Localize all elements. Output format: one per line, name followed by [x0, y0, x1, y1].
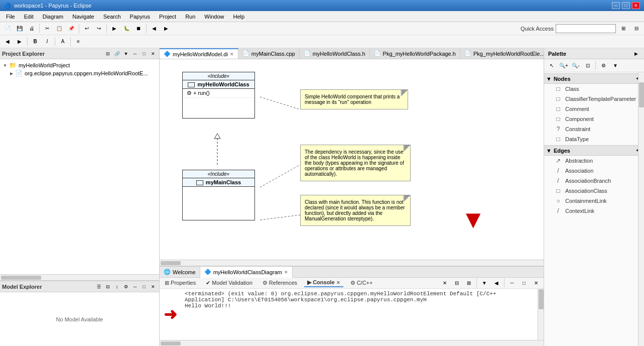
palette-expand-button[interactable]: ▶: [632, 50, 640, 58]
tab-cpp[interactable]: ⚙ C/C++: [347, 279, 376, 287]
palette-item-containment[interactable]: ○ ContainmentLink: [544, 196, 644, 206]
diagram-h-scrollbar[interactable]: [160, 260, 544, 266]
console-btn2[interactable]: ⊟: [451, 278, 462, 288]
forward-button[interactable]: ▶: [14, 37, 25, 47]
align-button[interactable]: ≡: [73, 37, 84, 47]
palette-toggle-button[interactable]: ▼: [610, 61, 621, 71]
me-btn4[interactable]: ⚙: [122, 283, 130, 291]
console-btn6[interactable]: ─: [506, 278, 518, 288]
tab-model-di[interactable]: 🔷 myHelloWorldModel.di ✕: [160, 48, 238, 59]
menu-search[interactable]: Search: [99, 13, 125, 21]
tab-properties[interactable]: ⊞ Properties: [162, 279, 199, 287]
palette-settings-button[interactable]: ⚙: [598, 61, 609, 71]
copy-button[interactable]: 📋: [54, 24, 65, 34]
back-button[interactable]: ◀: [2, 37, 13, 47]
minimize-explorer-button[interactable]: ─: [131, 50, 139, 58]
palette-item-constraint[interactable]: ? Constraint: [544, 124, 644, 134]
explorer-menu-button[interactable]: ▼: [122, 50, 130, 58]
palette-zoom-in-button[interactable]: 🔍+: [558, 61, 569, 71]
quick-access-input[interactable]: [556, 24, 616, 33]
console-tab-close[interactable]: ✕: [336, 280, 340, 285]
palette-item-classifier[interactable]: □ ClassifierTemplateParameter: [544, 94, 644, 104]
debug-button[interactable]: 🐛: [121, 24, 132, 34]
menu-edit[interactable]: Edit: [20, 13, 38, 21]
stop-button[interactable]: ⏹: [133, 24, 144, 34]
tab-references[interactable]: ⚙ References: [260, 279, 300, 287]
h-scrollbar-left[interactable]: [0, 274, 159, 280]
redo-button[interactable]: ↪: [93, 24, 104, 34]
me-btn1[interactable]: ☰: [95, 283, 103, 291]
console-v-scrollbar[interactable]: [538, 289, 544, 340]
cut-button[interactable]: ✂: [42, 24, 53, 34]
new-button[interactable]: 📄: [2, 24, 13, 34]
me-btn3[interactable]: ↕: [113, 283, 121, 291]
palette-item-association[interactable]: / Association: [544, 166, 644, 176]
maximize-explorer-button[interactable]: □: [140, 50, 148, 58]
palette-item-datatype[interactable]: □ DataType: [544, 134, 644, 144]
font-color-button[interactable]: A: [57, 37, 68, 47]
uml-class-helloworldclass[interactable]: «Include» myHelloWorldClass ⚙ + run(): [182, 72, 255, 119]
palette-zoom-out-button[interactable]: 🔍-: [570, 61, 581, 71]
tab-model-di-close[interactable]: ✕: [230, 52, 234, 57]
menu-run[interactable]: Run: [181, 13, 199, 21]
collapse-all-button[interactable]: ⊟: [104, 50, 112, 58]
tree-item-rootele[interactable]: ▶ 📄 org.eclipse.papyrus.cppgen.myHelloWo…: [2, 69, 157, 77]
tab-model-validation[interactable]: ✔ Model Validation: [203, 279, 255, 287]
menu-project[interactable]: Project: [155, 13, 180, 21]
perspective-list-button[interactable]: ⊟: [631, 24, 642, 34]
palette-item-assoc-class[interactable]: □ AssociationClass: [544, 186, 644, 196]
palette-select-button[interactable]: ↖: [546, 61, 557, 71]
console-btn8[interactable]: ✕: [531, 278, 542, 288]
me-maximize[interactable]: □: [140, 283, 148, 291]
menu-help[interactable]: Help: [229, 13, 248, 21]
palette-item-assoc-branch[interactable]: / AssociationBranch: [544, 176, 644, 186]
close-explorer-button[interactable]: ✕: [149, 50, 157, 58]
navigate-forward-button[interactable]: ▶: [161, 24, 172, 34]
palette-select-area-button[interactable]: ⊡: [582, 61, 593, 71]
console-h-scrollbar[interactable]: [160, 340, 544, 346]
uml-class-mainclass[interactable]: «Include» myMainClass: [182, 170, 255, 220]
menu-navigate[interactable]: Navigate: [68, 13, 98, 21]
link-editor-button[interactable]: 🔗: [113, 50, 121, 58]
menu-papyrus[interactable]: Papyrus: [126, 13, 154, 21]
me-close[interactable]: ✕: [149, 283, 157, 291]
save-button[interactable]: 💾: [14, 24, 25, 34]
menu-file[interactable]: File: [2, 13, 19, 21]
tab-hw-diagram[interactable]: 🔷 myHelloWorldClassDiagram ✕: [200, 267, 293, 278]
tab-pkg-package-h[interactable]: 📄 Pkg_myHelloWorldPackage.h: [370, 48, 460, 59]
tree-item-project[interactable]: ▼ 📁 myHelloWorldProject: [2, 61, 157, 69]
palette-item-abstraction[interactable]: ↗ Abstraction: [544, 156, 644, 166]
tab-hwclass-h[interactable]: 📄 myHelloWorldClass.h: [300, 48, 370, 59]
palette-item-class[interactable]: □ Class: [544, 84, 644, 94]
tab-console[interactable]: ▶ Console ✕: [304, 279, 343, 287]
navigate-back-button[interactable]: ◀: [149, 24, 160, 34]
bold-button[interactable]: B: [30, 37, 41, 47]
tab-hw-diagram-close[interactable]: ✕: [284, 270, 288, 275]
console-btn4[interactable]: ▼: [479, 278, 490, 288]
console-btn5[interactable]: ◀: [491, 278, 502, 288]
undo-button[interactable]: ↩: [81, 24, 92, 34]
italic-button[interactable]: I: [42, 37, 53, 47]
me-minimize[interactable]: ─: [131, 283, 139, 291]
console-btn3[interactable]: ⊞: [463, 278, 474, 288]
edges-section-header[interactable]: ▼ Edges ≪: [544, 145, 644, 156]
console-clear-button[interactable]: ✕: [439, 278, 450, 288]
palette-item-comment[interactable]: □ Comment: [544, 104, 644, 114]
palette-item-contextlink[interactable]: / ContextLink: [544, 206, 644, 216]
nodes-section-header[interactable]: ▼ Nodes ≪: [544, 73, 644, 84]
console-btn7[interactable]: □: [519, 278, 530, 288]
tab-mainclass-cpp[interactable]: 📄 myMainClass.cpp: [238, 48, 300, 59]
run-button[interactable]: ▶: [109, 24, 120, 34]
menu-window[interactable]: Window: [200, 13, 228, 21]
close-button[interactable]: ✕: [632, 2, 640, 9]
paste-button[interactable]: 📌: [66, 24, 77, 34]
menu-diagram[interactable]: Diagram: [39, 13, 68, 21]
me-btn2[interactable]: ⊟: [104, 283, 112, 291]
palette-item-component[interactable]: □ Component: [544, 114, 644, 124]
perspective-button[interactable]: ⊞: [618, 24, 629, 34]
print-button[interactable]: 🖨: [26, 24, 37, 34]
palette-v-scrollbar[interactable]: [638, 72, 644, 346]
diagram-canvas[interactable]: «Include» myHelloWorldClass ⚙ + run() «I…: [160, 59, 544, 266]
tab-welcome[interactable]: 🌐 Welcome: [160, 267, 200, 278]
maximize-button[interactable]: □: [622, 2, 630, 9]
